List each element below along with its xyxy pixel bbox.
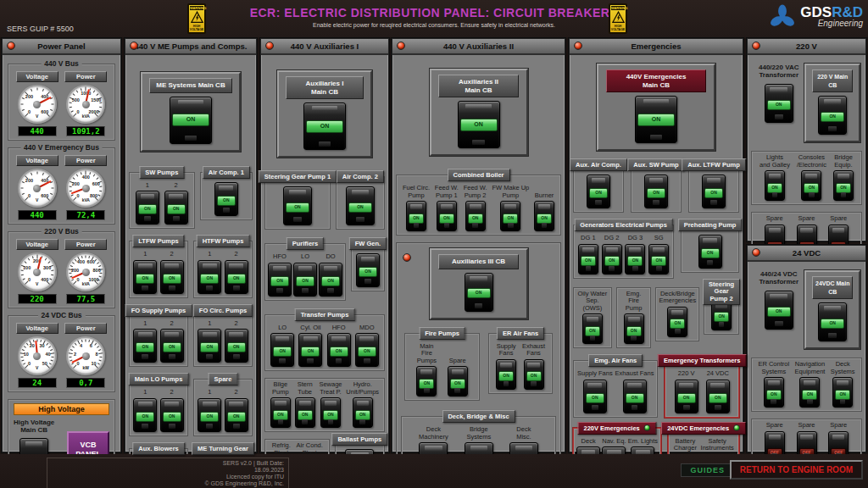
cb-switch[interactable]: ON [406, 201, 426, 231]
cb-switch[interactable]: ON [765, 84, 793, 123]
cb-switch[interactable]: ON [356, 253, 380, 287]
breaker-1: 1ON [133, 320, 157, 363]
gauge-hub [82, 185, 90, 192]
breaker-label: Main Fire Pumps [417, 343, 437, 365]
cb-switch[interactable]: ON [702, 175, 726, 208]
breaker-dg-1: DG 1ON [578, 235, 598, 274]
cb-switch[interactable]: ON [133, 329, 157, 363]
cb-switch[interactable]: ON [623, 380, 647, 413]
cb-switch[interactable]: ON [160, 260, 184, 294]
cb-state: ON [804, 183, 819, 193]
cb-switch[interactable]: ON [268, 263, 292, 297]
cb-switch[interactable]: ON [496, 359, 516, 390]
cb-switch[interactable]: ON [136, 191, 159, 225]
breaker-label: Battery Charger [674, 438, 697, 452]
cb-switch[interactable]: ON [346, 186, 375, 225]
cb-switch[interactable]: ON [437, 201, 457, 231]
cb-state: ON [537, 214, 552, 224]
cb-stub [223, 208, 230, 213]
cb-switch[interactable]: ON [353, 397, 373, 428]
breaker-fw-make-up-pump: FW Make Up PumpON [492, 185, 529, 231]
breaker-label: Exhaust Fans [615, 370, 654, 378]
guides-button[interactable]: GUIDES [681, 463, 734, 477]
cb-switch[interactable]: ON [448, 366, 468, 396]
cb-switch[interactable]: ON [524, 359, 544, 390]
cb-switch[interactable]: ON [320, 397, 341, 428]
cb-switch[interactable]: ON [698, 235, 722, 269]
cb-switch[interactable]: ON [583, 380, 607, 413]
cb-switch[interactable]: ON [225, 398, 248, 432]
cb-switch[interactable]: ON [298, 333, 322, 367]
gauge-tick [73, 93, 75, 96]
cb-switch[interactable]: ON [198, 329, 221, 363]
cb-switch[interactable]: ON [801, 170, 821, 201]
cb-switch[interactable]: ON [225, 260, 248, 294]
panel-title: Power Panel [37, 42, 86, 51]
lightning-bolt-icon [612, 11, 625, 24]
cb-switch[interactable]: ON [764, 377, 784, 408]
cb-switch[interactable]: ON [270, 333, 294, 367]
cb-switch[interactable]: ON [648, 244, 669, 274]
cb-switch[interactable]: ON [765, 170, 785, 201]
breaker-label: Feed W. Pump 1 [435, 185, 459, 199]
cb-switch[interactable]: ON [465, 201, 486, 231]
cb-switch[interactable]: ON [327, 333, 351, 367]
cb-switch[interactable]: ON [624, 313, 644, 344]
cb-switch[interactable]: ON [465, 273, 493, 312]
cb-switch[interactable]: ON [164, 191, 188, 225]
cb-switch[interactable]: ON [500, 201, 520, 231]
cb-switch[interactable]: ON [587, 175, 610, 208]
cb-switch[interactable]: ON [458, 101, 500, 148]
cb-switch[interactable]: ON [578, 244, 598, 274]
cb-switch[interactable]: ON [765, 291, 793, 330]
breaker-label: Emg. Fire Pump [620, 291, 648, 313]
cb-switch[interactable]: ON [225, 329, 248, 363]
cb-switch[interactable]: ON [319, 263, 342, 297]
cb-switch[interactable]: ON [818, 96, 847, 135]
cb-switch[interactable]: ON [635, 96, 677, 143]
cb-switch[interactable]: ON [832, 377, 853, 408]
cb-switch[interactable]: ON [355, 333, 379, 367]
gauge-tick [93, 175, 95, 177]
cb-switch[interactable]: ON [198, 398, 221, 432]
cb-switch[interactable]: ON [416, 366, 437, 396]
cb-switch[interactable]: ON [295, 397, 315, 428]
gauge-dial: 01020304050V [18, 336, 57, 375]
return-to-engine-room-button[interactable]: RETURN TO ENGINE ROOM [730, 460, 863, 480]
cb-switch[interactable]: ON [303, 103, 346, 150]
cb-switch[interactable]: ON [293, 263, 317, 297]
cb-switch[interactable]: ON [198, 260, 221, 294]
cb-switch[interactable]: ON [833, 170, 854, 201]
panel-aux1: 440 V Auxiliaries I Auxiliaries I Main C… [260, 38, 389, 452]
cb-switch[interactable]: ON [625, 244, 645, 274]
cb-switch[interactable]: ON [133, 260, 157, 294]
cb-switch[interactable]: ON [170, 97, 212, 144]
cb-switch[interactable]: ON [534, 201, 554, 231]
cb-state: ON [767, 307, 791, 317]
cb-switch[interactable]: ON [283, 186, 312, 225]
cb-state: ON [163, 412, 181, 422]
cb-switch[interactable]: ON [799, 377, 820, 408]
transformer-label: 440/220 VAC Transformer [753, 64, 804, 79]
cb-switch[interactable]: ON [214, 182, 238, 216]
cb-switch[interactable]: ON [270, 397, 291, 428]
cb-switch[interactable]: ON [644, 175, 668, 208]
cb-switch[interactable]: ON [582, 313, 603, 344]
breaker-label: HFO [332, 324, 346, 332]
cb-switch[interactable]: ON [667, 307, 687, 337]
cb-handle [627, 383, 642, 388]
cb-switch[interactable]: ON [160, 398, 184, 432]
cb-stub [169, 354, 175, 359]
cb-switch[interactable]: ON [602, 244, 622, 274]
gauge-tick-label: 20 [30, 343, 35, 348]
gauge-tick [26, 343, 29, 346]
breaker-label: DO [326, 253, 335, 261]
gauge-tick [99, 276, 102, 278]
cb-switch[interactable]: ON [160, 329, 184, 363]
cb-switch[interactable]: ON [818, 302, 847, 341]
cb-switch[interactable]: ON [133, 398, 157, 432]
cb-switch[interactable]: ON [706, 380, 730, 413]
cb-switch[interactable]: ON [675, 380, 698, 413]
gauge-dial: 0246810kW [66, 336, 105, 375]
cb-handle [410, 204, 422, 209]
